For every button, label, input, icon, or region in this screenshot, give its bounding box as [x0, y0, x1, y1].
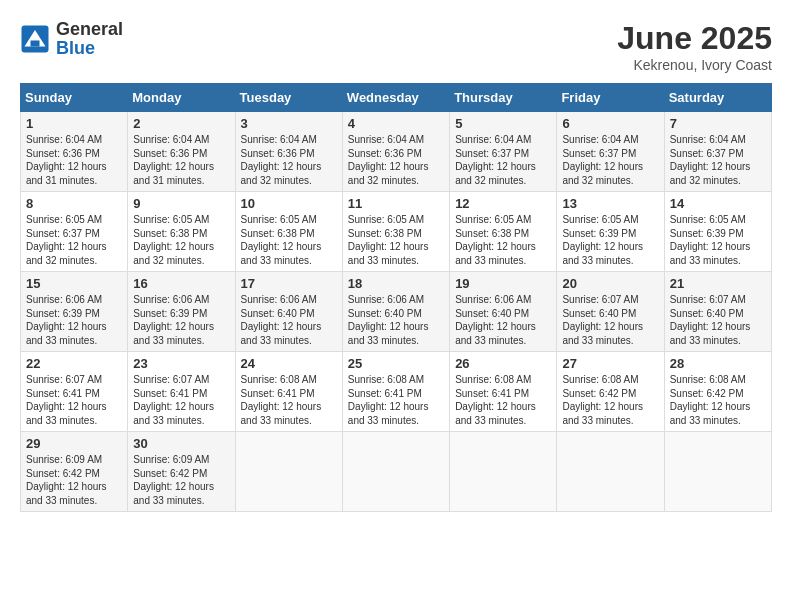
- day-info: Sunrise: 6:05 AM Sunset: 6:38 PM Dayligh…: [241, 213, 337, 267]
- day-number: 26: [455, 356, 551, 371]
- day-number: 12: [455, 196, 551, 211]
- calendar-subtitle: Kekrenou, Ivory Coast: [617, 57, 772, 73]
- day-number: 23: [133, 356, 229, 371]
- day-info: Sunrise: 6:06 AM Sunset: 6:40 PM Dayligh…: [241, 293, 337, 347]
- day-number: 13: [562, 196, 658, 211]
- day-info: Sunrise: 6:04 AM Sunset: 6:37 PM Dayligh…: [562, 133, 658, 187]
- day-info: Sunrise: 6:08 AM Sunset: 6:42 PM Dayligh…: [562, 373, 658, 427]
- logo-icon: [20, 24, 50, 54]
- calendar-cell: 7Sunrise: 6:04 AM Sunset: 6:37 PM Daylig…: [664, 112, 771, 192]
- week-row-3: 15Sunrise: 6:06 AM Sunset: 6:39 PM Dayli…: [21, 272, 772, 352]
- calendar-cell: 21Sunrise: 6:07 AM Sunset: 6:40 PM Dayli…: [664, 272, 771, 352]
- day-header-sunday: Sunday: [21, 84, 128, 112]
- calendar-cell: 6Sunrise: 6:04 AM Sunset: 6:37 PM Daylig…: [557, 112, 664, 192]
- day-number: 29: [26, 436, 122, 451]
- logo-text: General Blue: [56, 20, 123, 58]
- calendar-cell: 28Sunrise: 6:08 AM Sunset: 6:42 PM Dayli…: [664, 352, 771, 432]
- day-info: Sunrise: 6:04 AM Sunset: 6:36 PM Dayligh…: [26, 133, 122, 187]
- day-number: 21: [670, 276, 766, 291]
- calendar-cell: 23Sunrise: 6:07 AM Sunset: 6:41 PM Dayli…: [128, 352, 235, 432]
- day-info: Sunrise: 6:05 AM Sunset: 6:39 PM Dayligh…: [562, 213, 658, 267]
- week-row-4: 22Sunrise: 6:07 AM Sunset: 6:41 PM Dayli…: [21, 352, 772, 432]
- day-header-wednesday: Wednesday: [342, 84, 449, 112]
- calendar-cell: 1Sunrise: 6:04 AM Sunset: 6:36 PM Daylig…: [21, 112, 128, 192]
- day-info: Sunrise: 6:08 AM Sunset: 6:41 PM Dayligh…: [348, 373, 444, 427]
- calendar-cell: 5Sunrise: 6:04 AM Sunset: 6:37 PM Daylig…: [450, 112, 557, 192]
- calendar-cell: 11Sunrise: 6:05 AM Sunset: 6:38 PM Dayli…: [342, 192, 449, 272]
- day-info: Sunrise: 6:04 AM Sunset: 6:37 PM Dayligh…: [455, 133, 551, 187]
- day-info: Sunrise: 6:05 AM Sunset: 6:38 PM Dayligh…: [133, 213, 229, 267]
- calendar-table: SundayMondayTuesdayWednesdayThursdayFrid…: [20, 83, 772, 512]
- day-number: 17: [241, 276, 337, 291]
- day-number: 8: [26, 196, 122, 211]
- day-number: 14: [670, 196, 766, 211]
- day-info: Sunrise: 6:06 AM Sunset: 6:40 PM Dayligh…: [348, 293, 444, 347]
- calendar-cell: [450, 432, 557, 512]
- day-number: 4: [348, 116, 444, 131]
- day-info: Sunrise: 6:09 AM Sunset: 6:42 PM Dayligh…: [133, 453, 229, 507]
- day-header-monday: Monday: [128, 84, 235, 112]
- calendar-cell: 3Sunrise: 6:04 AM Sunset: 6:36 PM Daylig…: [235, 112, 342, 192]
- day-info: Sunrise: 6:08 AM Sunset: 6:41 PM Dayligh…: [241, 373, 337, 427]
- day-number: 24: [241, 356, 337, 371]
- day-info: Sunrise: 6:09 AM Sunset: 6:42 PM Dayligh…: [26, 453, 122, 507]
- calendar-cell: 12Sunrise: 6:05 AM Sunset: 6:38 PM Dayli…: [450, 192, 557, 272]
- calendar-cell: 20Sunrise: 6:07 AM Sunset: 6:40 PM Dayli…: [557, 272, 664, 352]
- title-area: June 2025 Kekrenou, Ivory Coast: [617, 20, 772, 73]
- day-header-saturday: Saturday: [664, 84, 771, 112]
- calendar-cell: 26Sunrise: 6:08 AM Sunset: 6:41 PM Dayli…: [450, 352, 557, 432]
- day-info: Sunrise: 6:04 AM Sunset: 6:36 PM Dayligh…: [241, 133, 337, 187]
- calendar-cell: 29Sunrise: 6:09 AM Sunset: 6:42 PM Dayli…: [21, 432, 128, 512]
- day-number: 7: [670, 116, 766, 131]
- day-number: 22: [26, 356, 122, 371]
- calendar-cell: 10Sunrise: 6:05 AM Sunset: 6:38 PM Dayli…: [235, 192, 342, 272]
- calendar-cell: 22Sunrise: 6:07 AM Sunset: 6:41 PM Dayli…: [21, 352, 128, 432]
- calendar-cell: [235, 432, 342, 512]
- calendar-cell: 17Sunrise: 6:06 AM Sunset: 6:40 PM Dayli…: [235, 272, 342, 352]
- day-info: Sunrise: 6:08 AM Sunset: 6:41 PM Dayligh…: [455, 373, 551, 427]
- day-number: 27: [562, 356, 658, 371]
- day-header-tuesday: Tuesday: [235, 84, 342, 112]
- day-number: 30: [133, 436, 229, 451]
- week-row-1: 1Sunrise: 6:04 AM Sunset: 6:36 PM Daylig…: [21, 112, 772, 192]
- calendar-cell: [557, 432, 664, 512]
- day-header-thursday: Thursday: [450, 84, 557, 112]
- day-number: 19: [455, 276, 551, 291]
- day-number: 2: [133, 116, 229, 131]
- calendar-cell: 15Sunrise: 6:06 AM Sunset: 6:39 PM Dayli…: [21, 272, 128, 352]
- day-info: Sunrise: 6:05 AM Sunset: 6:39 PM Dayligh…: [670, 213, 766, 267]
- day-number: 15: [26, 276, 122, 291]
- day-info: Sunrise: 6:04 AM Sunset: 6:36 PM Dayligh…: [348, 133, 444, 187]
- calendar-cell: 13Sunrise: 6:05 AM Sunset: 6:39 PM Dayli…: [557, 192, 664, 272]
- day-number: 20: [562, 276, 658, 291]
- day-info: Sunrise: 6:04 AM Sunset: 6:37 PM Dayligh…: [670, 133, 766, 187]
- day-number: 18: [348, 276, 444, 291]
- day-number: 16: [133, 276, 229, 291]
- day-info: Sunrise: 6:06 AM Sunset: 6:39 PM Dayligh…: [133, 293, 229, 347]
- calendar-cell: 8Sunrise: 6:05 AM Sunset: 6:37 PM Daylig…: [21, 192, 128, 272]
- calendar-cell: [664, 432, 771, 512]
- day-info: Sunrise: 6:07 AM Sunset: 6:41 PM Dayligh…: [26, 373, 122, 427]
- day-info: Sunrise: 6:05 AM Sunset: 6:37 PM Dayligh…: [26, 213, 122, 267]
- calendar-cell: 18Sunrise: 6:06 AM Sunset: 6:40 PM Dayli…: [342, 272, 449, 352]
- day-number: 3: [241, 116, 337, 131]
- day-number: 5: [455, 116, 551, 131]
- svg-rect-2: [31, 41, 40, 47]
- day-info: Sunrise: 6:06 AM Sunset: 6:40 PM Dayligh…: [455, 293, 551, 347]
- day-number: 1: [26, 116, 122, 131]
- day-number: 10: [241, 196, 337, 211]
- calendar-cell: 27Sunrise: 6:08 AM Sunset: 6:42 PM Dayli…: [557, 352, 664, 432]
- week-row-2: 8Sunrise: 6:05 AM Sunset: 6:37 PM Daylig…: [21, 192, 772, 272]
- day-info: Sunrise: 6:07 AM Sunset: 6:40 PM Dayligh…: [670, 293, 766, 347]
- day-number: 11: [348, 196, 444, 211]
- day-info: Sunrise: 6:05 AM Sunset: 6:38 PM Dayligh…: [455, 213, 551, 267]
- day-number: 9: [133, 196, 229, 211]
- day-info: Sunrise: 6:08 AM Sunset: 6:42 PM Dayligh…: [670, 373, 766, 427]
- day-number: 6: [562, 116, 658, 131]
- calendar-cell: 16Sunrise: 6:06 AM Sunset: 6:39 PM Dayli…: [128, 272, 235, 352]
- calendar-cell: 2Sunrise: 6:04 AM Sunset: 6:36 PM Daylig…: [128, 112, 235, 192]
- day-number: 28: [670, 356, 766, 371]
- logo: General Blue: [20, 20, 123, 58]
- day-header-friday: Friday: [557, 84, 664, 112]
- calendar-cell: 19Sunrise: 6:06 AM Sunset: 6:40 PM Dayli…: [450, 272, 557, 352]
